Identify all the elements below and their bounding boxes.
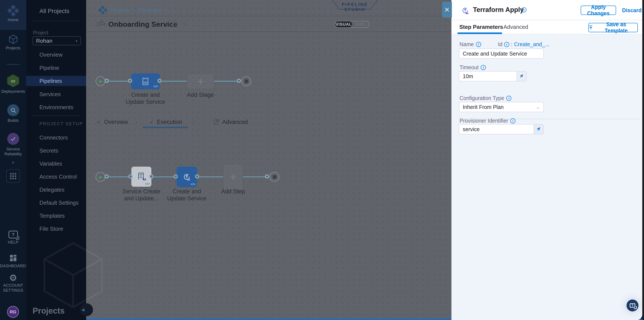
nav-home-label: Home: [0, 17, 26, 22]
sidebar-item-secrets[interactable]: Secrets: [26, 145, 86, 156]
provisioner-identifier-label: Provisioner Identifieri: [460, 118, 516, 124]
tab-advanced[interactable]: Advanced: [213, 119, 248, 125]
nav-projects[interactable]: Projects: [0, 34, 26, 50]
user-avatar[interactable]: RG: [7, 306, 19, 318]
breadcrumb-pipelines[interactable]: Pipelines: [138, 7, 161, 14]
connector-ring: [157, 79, 162, 83]
info-icon[interactable]: i: [510, 118, 516, 123]
play-icon: ▶: [99, 79, 102, 84]
check-icon: ✓: [96, 119, 101, 125]
title-divider: [86, 32, 452, 32]
nav-dashboards[interactable]: DASHBOARDS: [0, 254, 26, 268]
service-reliability-icon: [7, 133, 19, 145]
tab-overview[interactable]: ✓ Overview: [96, 119, 128, 125]
sidebar-item-connectors[interactable]: Connectors: [26, 132, 86, 143]
toggle-yaml[interactable]: YAML: [352, 21, 369, 27]
info-icon[interactable]: i: [481, 65, 486, 70]
nav-deployments[interactable]: ∞ Deployments: [0, 74, 26, 94]
id-separator: :: [511, 41, 512, 47]
apply-changes-button[interactable]: Apply Changes: [581, 6, 616, 15]
tab-step-parameters[interactable]: Step Parameters: [459, 24, 503, 30]
provisioner-pin-button[interactable]: [534, 124, 544, 134]
sidebar-item-default-settings[interactable]: Default Settings: [26, 198, 86, 208]
sidebar-item-access-control[interactable]: Access Control: [26, 172, 86, 182]
timeout-label: Timeouti: [460, 64, 486, 71]
id-value-link[interactable]: Create_and_...: [514, 41, 549, 47]
save-as-template-button[interactable]: Save as Template: [588, 23, 638, 32]
sidebar-item-environments[interactable]: Environments: [26, 102, 86, 112]
sidebar-collapse-button[interactable]: ◀: [80, 303, 93, 316]
nav-home-tile[interactable]: Home: [0, 0, 26, 30]
discard-button[interactable]: Discard: [622, 7, 642, 14]
configuration-type-select[interactable]: Inherit From Plan ⌄: [459, 102, 544, 112]
connector-ring: [104, 174, 109, 179]
module-grid-button[interactable]: [6, 169, 20, 183]
all-projects-link[interactable]: All Projects: [40, 8, 69, 15]
sidebar-item-pipelines[interactable]: Pipelines: [26, 76, 86, 86]
project-setup-header: PROJECT SETUP: [40, 121, 83, 126]
upload-icon: [589, 25, 593, 30]
help-chat-icon: ?: [8, 231, 18, 238]
builds-icon: [7, 104, 19, 116]
nav-help-label: HELP: [0, 240, 26, 245]
connector-ring: [195, 174, 199, 179]
project-name: Rohan: [36, 38, 52, 44]
id-row: Id i : Create_and_...: [498, 41, 549, 47]
connector-line: [162, 81, 187, 82]
code-badge: </>: [153, 85, 158, 88]
project-selector[interactable]: Rohan ›: [33, 36, 81, 45]
close-panel-button[interactable]: ✕: [442, 2, 452, 18]
breadcrumb: Projects › Pipelines ›: [110, 7, 166, 14]
name-label: Namei: [460, 41, 481, 47]
sidebar-item-templates[interactable]: Templates: [26, 211, 86, 221]
step-graph-start-node[interactable]: ▶: [96, 172, 105, 182]
add-stage-button[interactable]: +: [187, 73, 214, 89]
sidebar-item-overview[interactable]: Overview: [26, 50, 86, 60]
nav-home[interactable]: Home: [0, 5, 26, 22]
step-graph-end-node[interactable]: [270, 172, 279, 182]
sidebar-item-file-store[interactable]: File Store: [26, 224, 86, 234]
info-icon[interactable]: i: [522, 7, 526, 12]
sidebar-item-services[interactable]: Services: [26, 89, 86, 99]
info-icon[interactable]: i: [506, 96, 511, 101]
pin-icon: [536, 126, 542, 133]
tab-execution[interactable]: ✓ Execution: [149, 119, 182, 125]
connector-ring: [128, 174, 133, 179]
breadcrumb-projects[interactable]: Projects: [110, 7, 130, 14]
notes-icon[interactable]: [172, 21, 178, 28]
chat-question-icon: ?: [630, 303, 635, 308]
nav-help[interactable]: ? HELP: [0, 231, 26, 245]
all-projects-cube-icon[interactable]: [100, 7, 109, 15]
step-node-service-create-update[interactable]: </>: [131, 167, 152, 187]
stage-graph-end-node[interactable]: [242, 76, 251, 86]
nav-service-reliability[interactable]: Service Reliability: [0, 133, 26, 156]
stage-node-label: Create and Update Service: [124, 91, 167, 105]
step-node-create-update-service[interactable]: </>: [176, 167, 197, 187]
sidebar-item-delegates[interactable]: Delegates: [26, 185, 86, 195]
support-chat-button[interactable]: ?: [626, 299, 638, 311]
toggle-visual[interactable]: VISUAL: [335, 21, 352, 27]
deployments-icon: ∞: [7, 74, 19, 87]
info-icon[interactable]: i: [476, 42, 481, 47]
timeout-pin-button[interactable]: [517, 71, 527, 81]
nav-account-settings[interactable]: ⚙ ACCOUNT SETTINGS: [0, 273, 26, 293]
name-input[interactable]: [459, 49, 544, 59]
add-stage-label: Add Stage: [179, 91, 222, 98]
header-divider: [86, 16, 452, 16]
timeout-input[interactable]: [459, 71, 517, 81]
tab-advanced[interactable]: Advanced: [504, 24, 528, 30]
nav-dashboards-label: DASHBOARDS: [0, 263, 26, 268]
edit-pencil-icon[interactable]: ✎: [182, 20, 188, 28]
grid-icon: [10, 173, 16, 179]
nav-builds[interactable]: Builds: [0, 104, 26, 123]
step-config-panel: Terraform Apply i Apply Changes Discard …: [452, 0, 642, 320]
add-step-button[interactable]: +: [223, 164, 243, 190]
info-icon[interactable]: i: [504, 42, 509, 47]
rail-chevron-down-icon[interactable]: ▼: [0, 161, 26, 165]
stage-graph-start-node[interactable]: ▶: [96, 76, 105, 86]
connector-ring: [237, 79, 241, 83]
sidebar-item-variables[interactable]: Variables: [26, 158, 86, 169]
stage-node-create-update-service[interactable]: </>: [131, 73, 160, 89]
nav-service-reliability-label: Service Reliability: [0, 146, 26, 156]
provisioner-identifier-input[interactable]: [459, 124, 534, 134]
